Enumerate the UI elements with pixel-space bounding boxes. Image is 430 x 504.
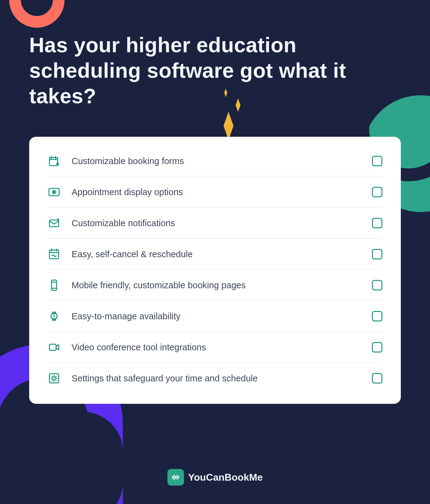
checklist-item: Customizable booking forms <box>48 145 382 176</box>
checkbox[interactable] <box>372 218 382 228</box>
calendar-loop-icon <box>48 248 61 261</box>
checklist-item-label: Easy-to-manage availability <box>72 311 361 321</box>
checklist-item: Easy, self-cancel & reschedule <box>48 238 382 270</box>
checkbox[interactable] <box>372 156 382 166</box>
checklist-item-label: Video conference tool integrations <box>72 342 361 352</box>
checkbox[interactable] <box>372 311 382 321</box>
checklist-item-label: Mobile friendly, customizable booking pa… <box>72 280 361 290</box>
checklist-item-label: Customizable notifications <box>72 218 361 228</box>
decoration-coral-arc <box>9 0 64 28</box>
sparkle-icon <box>209 86 255 140</box>
mail-dot-icon <box>48 217 61 230</box>
svg-rect-9 <box>49 344 56 350</box>
checkbox[interactable] <box>372 280 382 290</box>
footer: YouCanBookMe <box>0 469 430 486</box>
decoration-navy-blob <box>43 412 123 504</box>
eye-icon <box>48 186 61 199</box>
checklist-item: Mobile friendly, customizable booking pa… <box>48 270 382 301</box>
checkbox[interactable] <box>372 342 382 352</box>
svg-rect-7 <box>52 280 57 290</box>
svg-point-3 <box>53 191 54 192</box>
checklist-item: Video conference tool integrations <box>48 332 382 363</box>
calendar-edit-icon <box>48 155 61 167</box>
checklist-item: Settings that safeguard your time and sc… <box>48 363 382 393</box>
svg-rect-4 <box>49 220 59 227</box>
checklist-item: Customizable notifications <box>48 207 382 238</box>
svg-point-11 <box>53 377 56 380</box>
checklist-item-label: Easy, self-cancel & reschedule <box>72 249 361 259</box>
mobile-icon <box>48 279 61 292</box>
checkbox[interactable] <box>372 373 382 384</box>
watch-icon <box>48 310 61 323</box>
checklist-item-label: Appointment display options <box>72 187 361 197</box>
checkbox[interactable] <box>372 187 382 197</box>
bars-logo-icon <box>167 469 184 486</box>
checkbox[interactable] <box>372 249 382 259</box>
svg-rect-6 <box>49 250 59 259</box>
checklist-item-label: Settings that safeguard your time and sc… <box>72 373 361 384</box>
video-icon <box>48 341 61 354</box>
brand-name: YouCanBookMe <box>188 472 263 483</box>
checklist-item-label: Customizable booking forms <box>72 156 361 166</box>
checklist-item: Appointment display options <box>48 176 382 207</box>
checklist-item: Easy-to-manage availability <box>48 301 382 332</box>
svg-point-5 <box>57 219 59 221</box>
settings-gear-icon <box>48 372 61 385</box>
svg-rect-0 <box>49 157 58 166</box>
checklist-card: Customizable booking forms Appointment d… <box>29 137 401 404</box>
